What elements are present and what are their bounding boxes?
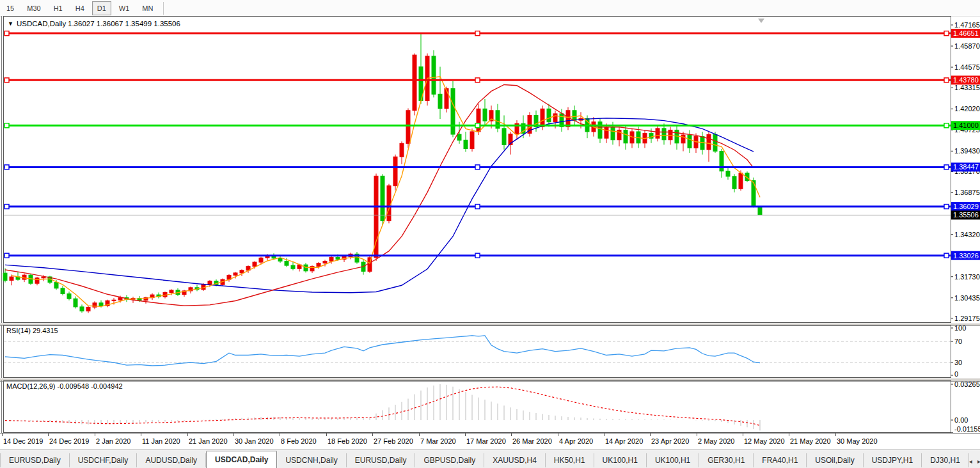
timeframe-button-w1[interactable]: W1 [114, 1, 135, 15]
candle [387, 186, 391, 221]
svg-text:1.42020: 1.42020 [954, 105, 980, 113]
price-badge: 1.35506 [953, 211, 979, 219]
candle [67, 294, 71, 299]
price-line-1.43780[interactable] [4, 78, 951, 82]
tab-usdcnh-daily[interactable]: USDCNH,Daily [277, 453, 346, 467]
time-axis-label: 8 Feb 2020 [281, 437, 317, 445]
candle [80, 307, 84, 311]
candle [573, 111, 576, 120]
tab-usdcad-daily[interactable]: USDCAD,Daily [206, 451, 277, 468]
rsi-axis-label: 100 [954, 325, 966, 332]
candle [726, 171, 730, 176]
time-axis-label: 2 May 2020 [698, 437, 734, 445]
candle [611, 127, 615, 139]
candle [10, 277, 13, 281]
candle [758, 207, 762, 215]
tab-uk100-h1[interactable]: UK100,H1 [594, 453, 647, 467]
tab-scroll-right-icon[interactable]: ▸ [977, 458, 980, 465]
timeframe-button-d1[interactable]: D1 [92, 1, 111, 15]
rsi-label: RSI(14) 29.4315 [6, 327, 58, 334]
line-handle [4, 123, 9, 128]
time-axis[interactable]: 14 Dec 201924 Dec 20192 Jan 202011 Jan 2… [0, 433, 980, 450]
candle [438, 94, 442, 108]
candle [259, 258, 263, 262]
tab-fra40-h1[interactable]: FRA40,H1 [754, 453, 807, 467]
time-tick [233, 433, 234, 436]
price-line-1.33026[interactable] [4, 253, 951, 258]
candle [681, 135, 685, 143]
candle [208, 281, 212, 285]
candle [464, 140, 468, 148]
rsi-panel[interactable]: 10070300 RSI(14) 29.4315 [0, 325, 980, 378]
tab-usdjpy-h1[interactable]: USDJPY,H1 [864, 453, 922, 467]
candle [336, 257, 340, 259]
main-chart-plot[interactable]: 1.471651.458701.445751.433151.420201.407… [2, 16, 980, 323]
candle [61, 288, 65, 294]
time-tick [2, 433, 3, 436]
line-handle [475, 253, 480, 258]
time-tick [650, 433, 651, 436]
line-handle [4, 31, 9, 36]
time-axis-label: 4 Apr 2020 [559, 437, 593, 445]
timeframe-button-mn[interactable]: MN [137, 1, 158, 15]
line-handle [4, 78, 9, 82]
candle [605, 127, 608, 138]
main-chart[interactable]: 1.471651.458701.445751.433151.420201.407… [0, 16, 980, 323]
tab-usoil-daily[interactable]: USOil,Daily [807, 453, 863, 467]
tab-ger30-h1[interactable]: GER30,H1 [699, 453, 754, 467]
time-axis-label: 14 Dec 2019 [3, 437, 43, 445]
tab-scroll-left-icon[interactable]: ◂ [969, 458, 972, 465]
chart-title-symbol: USDCAD,Daily [17, 20, 67, 27]
candle [400, 143, 404, 157]
tab-dj30-h1[interactable]: DJ30,H1 [922, 453, 969, 467]
time-axis-label: 11 Jan 2020 [142, 437, 180, 445]
timeframe-button-m30[interactable]: M30 [22, 1, 45, 15]
candle [502, 129, 506, 145]
candle [291, 265, 295, 269]
candle [323, 261, 327, 263]
tab-hk50-h1[interactable]: HK50,H1 [546, 453, 594, 467]
price-axis[interactable]: 1.471651.458701.445751.433151.420201.407… [951, 21, 980, 322]
candle [35, 278, 39, 283]
symbol-dropdown-icon[interactable]: ▼ [8, 20, 13, 27]
candle [413, 55, 416, 111]
candle [381, 176, 384, 221]
candle [99, 303, 103, 306]
time-axis-label: 30 Jan 2020 [235, 437, 274, 445]
candle [445, 89, 448, 109]
ma-mid-line [5, 85, 754, 306]
time-tick [789, 433, 789, 436]
macd-histogram [5, 384, 760, 430]
rsi-axis-label: 30 [954, 359, 962, 366]
time-tick [511, 433, 512, 436]
tab-usdchf-daily[interactable]: USDCHF,Daily [70, 453, 138, 467]
tab-uk100-h1-2[interactable]: UK100,H1 [647, 453, 699, 467]
line-handle [944, 123, 949, 128]
macd-panel[interactable]: 0.0326580.00-0.011558 MACD(12,26,9) -0.0… [0, 380, 980, 433]
line-handle [475, 165, 480, 169]
tab-eurusd-daily-2[interactable]: EURUSD,Daily [347, 453, 416, 467]
tab-audusd-daily[interactable]: AUDUSD,Daily [137, 453, 206, 467]
timeframe-button-h1[interactable]: H1 [49, 1, 68, 15]
time-axis-label: 18 Feb 2020 [328, 437, 367, 445]
tab-scroll-controls: ◂ ▸ [969, 458, 980, 468]
chart-title-ohlc: 1.36027 1.36067 1.35499 1.35506 [68, 20, 180, 27]
price-line-1.41000[interactable] [4, 123, 951, 128]
timeframe-button-15[interactable]: 15 [1, 1, 19, 15]
price-line-1.38447[interactable] [4, 165, 951, 169]
timeframe-button-h4[interactable]: H4 [70, 1, 90, 15]
line-handle [475, 205, 480, 209]
tab-xauusd-h4[interactable]: XAUUSD,H4 [484, 453, 546, 467]
svg-text:1.36875: 1.36875 [954, 189, 980, 196]
price-line-1.46651[interactable] [4, 31, 951, 36]
candle [451, 89, 455, 134]
candle [329, 257, 333, 261]
tab-eurusd-daily[interactable]: EURUSD,Daily [0, 453, 70, 467]
price-line-1.36029[interactable] [4, 205, 951, 209]
time-axis-label: 17 Mar 2020 [466, 437, 506, 445]
tab-gbpusd-daily[interactable]: GBPUSD,Daily [415, 453, 484, 467]
svg-text:1.39430: 1.39430 [954, 147, 980, 155]
candle [707, 134, 711, 150]
time-tick [558, 433, 558, 436]
timeframe-toolbar: 15M30H1H4D1W1MN [0, 0, 980, 17]
